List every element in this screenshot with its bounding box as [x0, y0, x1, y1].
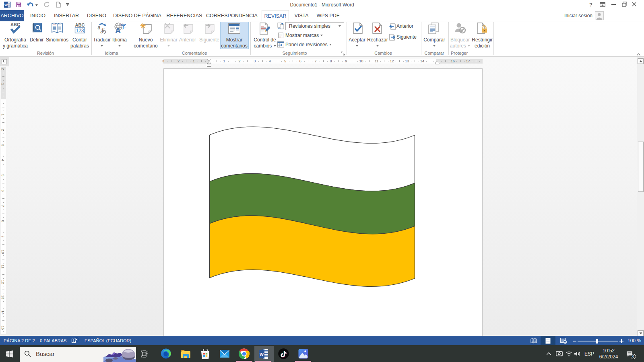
svg-text:ABC: ABC	[75, 23, 85, 27]
svg-text:123: 123	[76, 28, 84, 33]
svg-text:あ: あ	[100, 27, 107, 34]
svg-text:字: 字	[120, 23, 126, 30]
svg-text:W: W	[260, 352, 264, 357]
